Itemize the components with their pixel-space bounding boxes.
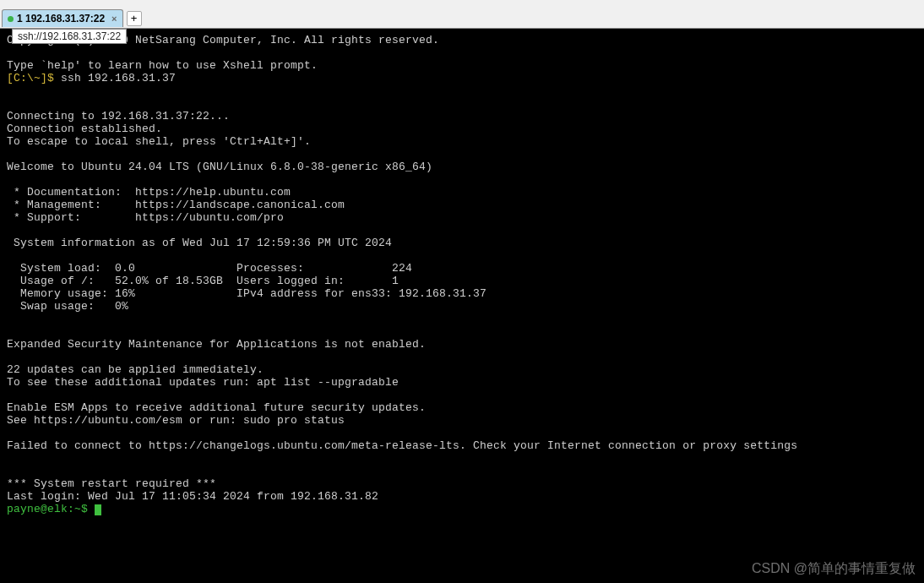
status-dot-icon	[8, 16, 14, 22]
enable-esm-line: Enable ESM Apps to receive additional fu…	[7, 401, 426, 414]
shell-prompt: payne@elk:~$	[7, 503, 95, 515]
failed-line: Failed to connect to https://changelogs.…	[7, 439, 797, 452]
cursor-icon	[95, 504, 101, 515]
connecting-line: Connecting to 192.168.31.37:22...	[7, 110, 230, 123]
support-line: * Support: https://ubuntu.com/pro	[7, 211, 284, 224]
close-tab-icon[interactable]: ×	[111, 14, 117, 24]
ssh-command: ssh 192.168.31.37	[61, 72, 176, 84]
welcome-line: Welcome to Ubuntu 24.04 LTS (GNU/Linux 6…	[7, 161, 432, 173]
local-prompt: [C:\~]$	[7, 72, 61, 84]
terminal-output[interactable]: Copyright (c) 2020 NetSarang Computer, I…	[0, 29, 924, 583]
session-tab[interactable]: 1 192.168.31.37:22 ×	[2, 9, 123, 27]
escape-line: To escape to local shell, press 'Ctrl+Al…	[7, 135, 311, 148]
sysinfo-row-1: System load: 0.0 Processes: 224	[7, 262, 412, 275]
sysinfo-line: System information as of Wed Jul 17 12:5…	[7, 237, 392, 249]
tab-label: 1 192.168.31.37:22	[17, 13, 105, 25]
window-title-bar	[0, 0, 924, 8]
add-tab-button[interactable]: +	[127, 11, 142, 26]
restart-line: *** System restart required ***	[7, 477, 216, 490]
sysinfo-row-2: Usage of /: 52.0% of 18.53GB Users logge…	[7, 275, 399, 287]
help-line: Type `help' to learn how to use Xshell p…	[7, 59, 318, 72]
tab-bar: 1 192.168.31.37:22 × +	[0, 8, 924, 29]
sysinfo-row-4: Swap usage: 0%	[7, 300, 128, 313]
sysinfo-row-3: Memory usage: 16% IPv4 address for ens33…	[7, 287, 486, 300]
updates-line: 22 updates can be applied immediately.	[7, 363, 264, 376]
tab-tooltip: ssh://192.168.31.37:22	[12, 29, 127, 44]
established-line: Connection established.	[7, 123, 162, 135]
see-esm-line: See https://ubuntu.com/esm or run: sudo …	[7, 414, 345, 427]
esm-line: Expanded Security Maintenance for Applic…	[7, 338, 426, 351]
mgmt-line: * Management: https://landscape.canonica…	[7, 199, 345, 211]
updates2-line: To see these additional updates run: apt…	[7, 376, 399, 389]
doc-line: * Documentation: https://help.ubuntu.com	[7, 186, 291, 199]
lastlogin-line: Last login: Wed Jul 17 11:05:34 2024 fro…	[7, 490, 378, 503]
